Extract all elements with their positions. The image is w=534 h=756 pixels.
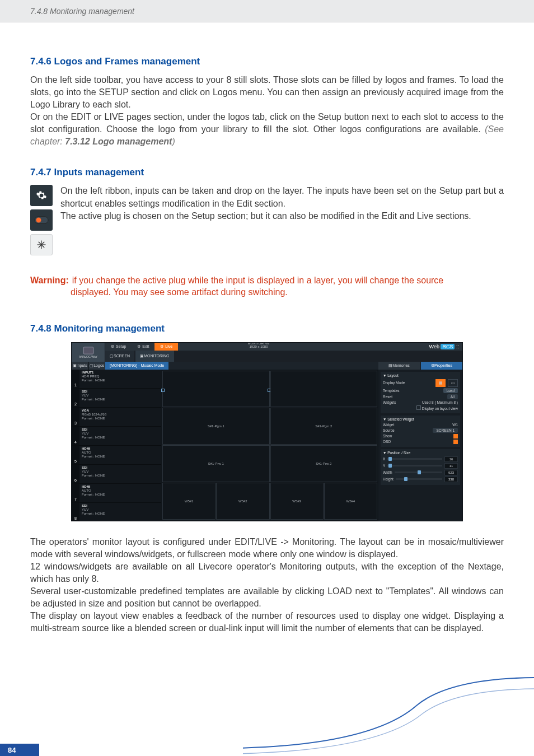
input-item[interactable]: 5HDMIAUTOFormat : NONE — [72, 446, 161, 465]
layout-section-header[interactable]: ▼ Layout — [383, 374, 458, 377]
page-header-bar: 7.4.8 Monitoring management — [0, 0, 534, 22]
widget-cell-9[interactable]: W5#3 — [270, 483, 324, 520]
reset-all-button[interactable]: All — [447, 394, 458, 399]
input-item[interactable]: 2SDIYUVFormat : NONE — [72, 389, 161, 408]
displaymode-label: Display Mode — [383, 381, 405, 385]
ribbon-icon-column — [30, 185, 53, 255]
snowflake-icon — [30, 234, 53, 255]
lefttab-inputs[interactable]: ▣ Inputs — [72, 362, 88, 370]
monitoring-screenshot: ANALOG WAY ⚙Setup ⚙Edit ⚙Live Web RCS :: — [71, 342, 463, 521]
para-746-1: On the left side toolbar, you have acces… — [30, 74, 504, 111]
widget-cell-6[interactable]: S#1-Prw 2 — [270, 445, 378, 482]
canvas-title: [MONITORING] - Mosaic Mode — [105, 362, 168, 370]
para-748-3: Several user-customizable predefined tem… — [30, 585, 504, 610]
input-body: HDMIAUTOFormat : NONE — [79, 446, 161, 464]
page-footer: 84 — [0, 741, 534, 756]
selected-widget-header[interactable]: ▼ Selected Widget — [383, 417, 458, 421]
input-item[interactable]: 3VGARGsB 1024x768Format : NONE — [72, 408, 161, 427]
input-body: HDMIAUTOFormat : NONE — [79, 484, 161, 502]
righttab-memories[interactable]: ▤ Memories — [378, 362, 420, 370]
source-dropdown[interactable]: SCREEN 1 — [433, 428, 458, 433]
widget-value: W1 — [452, 423, 458, 427]
brand-text: ANALOG WAY — [79, 355, 97, 358]
tab-setup[interactable]: ⚙Setup — [105, 343, 132, 351]
widgets-label: Widgets — [383, 400, 396, 404]
warning-line2: displayed. You may see some artifact dur… — [30, 287, 504, 297]
x-value[interactable]: 16 — [444, 456, 458, 462]
input-number: 7 — [72, 484, 79, 502]
input-number: 1 — [72, 370, 79, 388]
heading-746: 7.4.6 Logos and Frames management — [30, 56, 504, 67]
toggle-icon — [30, 209, 53, 231]
x-slider[interactable] — [387, 458, 442, 460]
widget-cell-1[interactable] — [162, 371, 270, 408]
templates-label: Templates — [383, 389, 400, 393]
input-item[interactable]: 6SDIYUVFormat : NONE — [72, 465, 161, 484]
widget-cell-7[interactable]: W5#1 — [162, 483, 216, 520]
input-number: 6 — [72, 465, 79, 483]
height-value[interactable]: 338 — [444, 477, 458, 482]
gear-icon: ⚙ — [111, 344, 114, 349]
width-slider[interactable] — [395, 472, 442, 473]
display-on-layout-label: Display on layout view — [422, 407, 458, 410]
para-746-2a: Or on the EDIT or LIVE pages section, un… — [30, 112, 504, 134]
screenshot-wrapper: ANALOG WAY ⚙Setup ⚙Edit ⚙Live Web RCS :: — [30, 342, 504, 521]
display-on-layout-checkbox[interactable] — [416, 405, 421, 410]
y-value[interactable]: 11 — [444, 463, 458, 469]
x-label: X — [383, 457, 385, 461]
input-number: 8 — [72, 503, 79, 521]
input-number: 5 — [72, 446, 79, 464]
input-item[interactable]: 1INPUT1HDR FREQFormat : NONE — [72, 370, 161, 389]
y-slider[interactable] — [387, 465, 442, 466]
possize-header[interactable]: ▼ Position / Size — [383, 451, 458, 455]
source-label: Source — [383, 428, 395, 432]
y-label: Y — [383, 464, 385, 468]
height-slider[interactable] — [396, 478, 442, 480]
para-746-see-suffix: ) — [172, 137, 175, 146]
widget-label: Widget — [383, 423, 394, 427]
widget-cell-4[interactable]: S#1-Pgm 2 — [270, 408, 378, 445]
gear-icon — [30, 185, 53, 206]
widget-cell-5[interactable]: S#1-Prw 1 — [162, 445, 270, 482]
widget-cell-3[interactable]: S#1-Pgm 1 — [162, 408, 270, 445]
osd-label: OSD — [383, 440, 391, 444]
heading-747: 7.4.7 Inputs management — [30, 167, 504, 178]
inputs-column: 1INPUT1HDR FREQFormat : NONE2SDIYUVForma… — [72, 370, 161, 521]
warning-line1: if you change the active plug while the … — [72, 274, 444, 287]
svg-rect-6 — [83, 347, 93, 353]
para-747-1: On the left ribbon, inputs can be taken … — [60, 185, 504, 209]
widget-cell-10[interactable]: W5#4 — [324, 483, 377, 520]
webrcs-badge: Web RCS :: — [429, 344, 459, 349]
section-747: 7.4.7 Inputs management On the left ribb… — [30, 167, 504, 255]
app-logo: ANALOG WAY — [72, 343, 105, 362]
widget-cell-8[interactable]: W5#2 — [216, 483, 269, 520]
height-label: Height — [383, 477, 394, 481]
input-body: SDIYUVFormat : NONE — [79, 465, 161, 483]
para-748-4: The display on layout view enables a fee… — [30, 610, 504, 634]
para-748-1: The operators' monitor layout is configu… — [30, 536, 504, 561]
input-body: SDIYUVFormat : NONE — [79, 389, 161, 407]
subtab-screen[interactable]: ▢ SCREEN — [105, 351, 134, 362]
properties-panel: ▼ Layout Display Mode ▦ ▭ TemplatesLoad … — [378, 370, 462, 521]
mode-full-icon[interactable]: ▭ — [448, 379, 458, 387]
subtab-monitoring[interactable]: ▣ MONITORING — [135, 351, 174, 362]
input-item[interactable]: 4SDIYUVFormat : NONE — [72, 427, 161, 446]
mode-mosaic-icon[interactable]: ▦ — [435, 379, 446, 387]
lefttab-logos[interactable]: ▢ Logos — [88, 362, 106, 370]
mosaic-canvas[interactable]: S#1-Pgm 1 S#1-Pgm 2 S#1-Prw 1 S#1-Prw 2 … — [161, 370, 378, 521]
width-value[interactable]: 923 — [444, 470, 458, 475]
show-checkbox[interactable] — [453, 434, 458, 438]
input-item[interactable]: 7HDMIAUTOFormat : NONE — [72, 484, 161, 503]
widget-cell-2[interactable] — [270, 371, 378, 408]
reset-label: Reset — [383, 395, 392, 399]
heading-748: 7.4.8 Monitoring management — [30, 323, 504, 334]
width-label: Width — [383, 470, 392, 474]
righttab-properties[interactable]: ⚙ Properties — [421, 362, 462, 370]
para-746-2: Or on the EDIT or LIVE pages section, un… — [30, 111, 504, 148]
input-body: VGARGsB 1024x768Format : NONE — [79, 408, 161, 426]
osd-checkbox[interactable] — [453, 440, 458, 444]
input-item[interactable]: 8SDIYUVFormat : NONE — [72, 503, 161, 521]
para-747-2: The active plug is chosen on the Setup s… — [60, 210, 504, 222]
para-748-2: 12 windows/widgets are available on all … — [30, 561, 504, 585]
load-button[interactable]: Load — [443, 388, 458, 393]
